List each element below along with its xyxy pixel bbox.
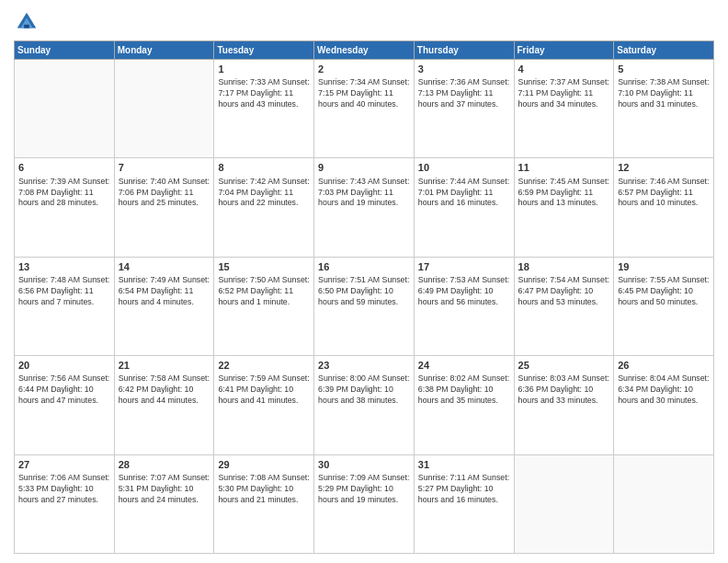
weekday-header: Saturday bbox=[614, 41, 714, 60]
calendar-cell: 17Sunrise: 7:53 AM Sunset: 6:49 PM Dayli… bbox=[414, 257, 514, 355]
calendar-cell: 16Sunrise: 7:51 AM Sunset: 6:50 PM Dayli… bbox=[314, 257, 415, 355]
day-number: 8 bbox=[218, 161, 310, 174]
weekday-header: Friday bbox=[514, 41, 614, 60]
calendar-week-row: 13Sunrise: 7:48 AM Sunset: 6:56 PM Dayli… bbox=[15, 257, 714, 355]
weekday-header: Wednesday bbox=[314, 41, 415, 60]
calendar-cell: 12Sunrise: 7:46 AM Sunset: 6:57 PM Dayli… bbox=[614, 158, 714, 257]
calendar-cell: 19Sunrise: 7:55 AM Sunset: 6:45 PM Dayli… bbox=[614, 257, 714, 355]
day-number: 14 bbox=[119, 260, 210, 273]
day-number: 29 bbox=[218, 458, 310, 471]
calendar-cell: 5Sunrise: 7:38 AM Sunset: 7:10 PM Daylig… bbox=[614, 60, 714, 158]
weekday-header: Thursday bbox=[414, 41, 514, 60]
calendar-week-row: 20Sunrise: 7:56 AM Sunset: 6:44 PM Dayli… bbox=[15, 356, 714, 454]
day-info: Sunrise: 7:08 AM Sunset: 5:30 PM Dayligh… bbox=[218, 473, 310, 506]
day-number: 31 bbox=[418, 458, 510, 471]
day-info: Sunrise: 7:49 AM Sunset: 6:54 PM Dayligh… bbox=[119, 275, 210, 308]
day-number: 9 bbox=[318, 161, 410, 174]
day-number: 3 bbox=[418, 63, 510, 75]
calendar-cell: 30Sunrise: 7:09 AM Sunset: 5:29 PM Dayli… bbox=[314, 454, 415, 553]
day-number: 7 bbox=[119, 161, 210, 174]
day-number: 1 bbox=[218, 63, 310, 75]
day-info: Sunrise: 7:51 AM Sunset: 6:50 PM Dayligh… bbox=[318, 275, 410, 308]
day-number: 2 bbox=[318, 63, 410, 75]
day-number: 25 bbox=[518, 359, 610, 372]
day-info: Sunrise: 8:00 AM Sunset: 6:39 PM Dayligh… bbox=[318, 373, 410, 407]
day-info: Sunrise: 7:09 AM Sunset: 5:29 PM Dayligh… bbox=[318, 473, 410, 506]
day-info: Sunrise: 7:50 AM Sunset: 6:52 PM Dayligh… bbox=[218, 275, 310, 308]
day-number: 17 bbox=[418, 260, 510, 273]
calendar-cell: 3Sunrise: 7:36 AM Sunset: 7:13 PM Daylig… bbox=[414, 60, 514, 158]
day-info: Sunrise: 7:36 AM Sunset: 7:13 PM Dayligh… bbox=[418, 77, 510, 110]
calendar-cell: 18Sunrise: 7:54 AM Sunset: 6:47 PM Dayli… bbox=[514, 257, 614, 355]
day-number: 20 bbox=[18, 359, 110, 372]
day-info: Sunrise: 7:33 AM Sunset: 7:17 PM Dayligh… bbox=[218, 77, 310, 110]
day-info: Sunrise: 7:07 AM Sunset: 5:31 PM Dayligh… bbox=[119, 473, 210, 506]
calendar-cell: 26Sunrise: 8:04 AM Sunset: 6:34 PM Dayli… bbox=[614, 356, 714, 454]
calendar-cell bbox=[614, 454, 714, 553]
calendar-cell bbox=[15, 60, 115, 158]
day-info: Sunrise: 7:56 AM Sunset: 6:44 PM Dayligh… bbox=[18, 373, 110, 407]
day-number: 6 bbox=[18, 161, 110, 174]
day-info: Sunrise: 7:54 AM Sunset: 6:47 PM Dayligh… bbox=[518, 275, 610, 308]
calendar-cell: 20Sunrise: 7:56 AM Sunset: 6:44 PM Dayli… bbox=[15, 356, 115, 454]
day-number: 24 bbox=[418, 359, 510, 372]
calendar-cell: 4Sunrise: 7:37 AM Sunset: 7:11 PM Daylig… bbox=[514, 60, 614, 158]
day-info: Sunrise: 7:39 AM Sunset: 7:08 PM Dayligh… bbox=[18, 177, 110, 210]
day-number: 12 bbox=[618, 161, 710, 174]
day-info: Sunrise: 7:43 AM Sunset: 7:03 PM Dayligh… bbox=[318, 177, 410, 210]
day-number: 13 bbox=[18, 260, 110, 273]
calendar-table: SundayMondayTuesdayWednesdayThursdayFrid… bbox=[14, 40, 714, 554]
day-number: 18 bbox=[518, 260, 610, 273]
day-number: 30 bbox=[318, 458, 410, 471]
calendar-cell: 22Sunrise: 7:59 AM Sunset: 6:41 PM Dayli… bbox=[214, 356, 314, 454]
day-number: 22 bbox=[218, 359, 310, 372]
svg-rect-2 bbox=[24, 25, 29, 29]
calendar-cell: 8Sunrise: 7:42 AM Sunset: 7:04 PM Daylig… bbox=[214, 158, 314, 257]
calendar-cell: 31Sunrise: 7:11 AM Sunset: 5:27 PM Dayli… bbox=[414, 454, 514, 553]
calendar-cell: 23Sunrise: 8:00 AM Sunset: 6:39 PM Dayli… bbox=[314, 356, 415, 454]
day-info: Sunrise: 7:55 AM Sunset: 6:45 PM Dayligh… bbox=[618, 275, 710, 308]
calendar-cell: 27Sunrise: 7:06 AM Sunset: 5:33 PM Dayli… bbox=[15, 454, 115, 553]
day-number: 27 bbox=[18, 458, 110, 471]
page: SundayMondayTuesdayWednesdayThursdayFrid… bbox=[0, 0, 728, 563]
calendar-cell: 15Sunrise: 7:50 AM Sunset: 6:52 PM Dayli… bbox=[214, 257, 314, 355]
day-number: 21 bbox=[119, 359, 210, 372]
weekday-header: Tuesday bbox=[214, 41, 314, 60]
day-number: 5 bbox=[618, 63, 710, 75]
calendar-week-row: 6Sunrise: 7:39 AM Sunset: 7:08 PM Daylig… bbox=[15, 158, 714, 257]
calendar-cell: 9Sunrise: 7:43 AM Sunset: 7:03 PM Daylig… bbox=[314, 158, 415, 257]
day-info: Sunrise: 7:58 AM Sunset: 6:42 PM Dayligh… bbox=[119, 373, 210, 407]
logo bbox=[14, 9, 43, 35]
weekday-header: Monday bbox=[114, 41, 214, 60]
calendar-cell: 29Sunrise: 7:08 AM Sunset: 5:30 PM Dayli… bbox=[214, 454, 314, 553]
day-info: Sunrise: 7:40 AM Sunset: 7:06 PM Dayligh… bbox=[119, 177, 210, 210]
day-info: Sunrise: 7:06 AM Sunset: 5:33 PM Dayligh… bbox=[18, 473, 110, 506]
calendar-cell bbox=[514, 454, 614, 553]
day-info: Sunrise: 7:42 AM Sunset: 7:04 PM Dayligh… bbox=[218, 177, 310, 210]
calendar-cell: 13Sunrise: 7:48 AM Sunset: 6:56 PM Dayli… bbox=[15, 257, 115, 355]
day-info: Sunrise: 7:48 AM Sunset: 6:56 PM Dayligh… bbox=[18, 275, 110, 308]
day-info: Sunrise: 7:53 AM Sunset: 6:49 PM Dayligh… bbox=[418, 275, 510, 308]
logo-icon bbox=[14, 9, 40, 35]
calendar-cell: 10Sunrise: 7:44 AM Sunset: 7:01 PM Dayli… bbox=[414, 158, 514, 257]
day-number: 15 bbox=[218, 260, 310, 273]
calendar-cell: 7Sunrise: 7:40 AM Sunset: 7:06 PM Daylig… bbox=[114, 158, 214, 257]
calendar-week-row: 1Sunrise: 7:33 AM Sunset: 7:17 PM Daylig… bbox=[15, 60, 714, 158]
day-info: Sunrise: 8:02 AM Sunset: 6:38 PM Dayligh… bbox=[418, 373, 510, 407]
calendar-week-row: 27Sunrise: 7:06 AM Sunset: 5:33 PM Dayli… bbox=[15, 454, 714, 553]
calendar-cell: 24Sunrise: 8:02 AM Sunset: 6:38 PM Dayli… bbox=[414, 356, 514, 454]
day-number: 10 bbox=[418, 161, 510, 174]
calendar-cell: 28Sunrise: 7:07 AM Sunset: 5:31 PM Dayli… bbox=[114, 454, 214, 553]
day-info: Sunrise: 8:03 AM Sunset: 6:36 PM Dayligh… bbox=[518, 373, 610, 407]
day-number: 28 bbox=[119, 458, 210, 471]
day-info: Sunrise: 7:37 AM Sunset: 7:11 PM Dayligh… bbox=[518, 77, 610, 110]
calendar-cell: 25Sunrise: 8:03 AM Sunset: 6:36 PM Dayli… bbox=[514, 356, 614, 454]
calendar-cell bbox=[114, 60, 214, 158]
day-info: Sunrise: 7:45 AM Sunset: 6:59 PM Dayligh… bbox=[518, 177, 610, 210]
calendar-cell: 21Sunrise: 7:58 AM Sunset: 6:42 PM Dayli… bbox=[114, 356, 214, 454]
day-number: 4 bbox=[518, 63, 610, 75]
day-info: Sunrise: 7:38 AM Sunset: 7:10 PM Dayligh… bbox=[618, 77, 710, 110]
day-info: Sunrise: 8:04 AM Sunset: 6:34 PM Dayligh… bbox=[618, 373, 710, 407]
calendar-cell: 11Sunrise: 7:45 AM Sunset: 6:59 PM Dayli… bbox=[514, 158, 614, 257]
day-number: 16 bbox=[318, 260, 410, 273]
